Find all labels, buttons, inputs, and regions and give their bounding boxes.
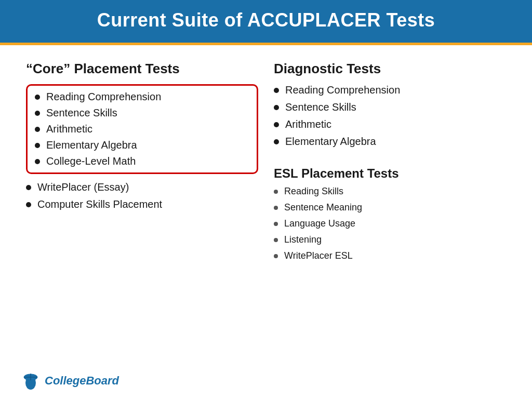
list-item: Reading Comprehension — [274, 84, 506, 96]
bullet-dot — [274, 222, 278, 226]
content-area: “Core” Placement Tests Reading Comprehen… — [0, 45, 532, 366]
bullet-dot — [35, 111, 40, 116]
esl-heading: ESL Placement Tests — [274, 166, 506, 181]
slide-container: Current Suite of ACCUPLACER Tests “Core”… — [0, 0, 532, 399]
bullet-dot — [35, 95, 40, 100]
bullet-dot — [274, 139, 279, 144]
list-item: College-Level Math — [35, 155, 249, 167]
bullet-dot — [274, 88, 279, 93]
list-item: Reading Skills — [274, 186, 506, 197]
collegeboard-text: CollegeBoard — [45, 374, 119, 388]
bullet-dot — [274, 122, 279, 127]
bullet-dot — [35, 159, 40, 164]
footer: CollegeBoard — [0, 366, 532, 399]
slide-title: Current Suite of ACCUPLACER Tests — [97, 9, 435, 31]
list-item: Reading Comprehension — [35, 91, 249, 103]
boxed-items-list: Reading Comprehension Sentence Skills Ar… — [35, 91, 249, 167]
diagnostic-list: Reading Comprehension Sentence Skills Ar… — [274, 84, 506, 148]
collegeboard-logo: CollegeBoard — [21, 371, 119, 391]
list-item: Elementary Algebra — [35, 139, 249, 151]
bullet-dot — [26, 202, 31, 207]
left-column: “Core” Placement Tests Reading Comprehen… — [26, 61, 258, 355]
diagnostic-section: Diagnostic Tests Reading Comprehension S… — [274, 61, 506, 153]
list-item: Arithmetic — [35, 123, 249, 135]
bullet-dot — [274, 254, 278, 258]
list-item: Computer Skills Placement — [26, 198, 258, 210]
bullet-dot — [274, 190, 278, 194]
bullet-dot — [26, 185, 31, 190]
right-column: Diagnostic Tests Reading Comprehension S… — [274, 61, 506, 355]
list-item: Elementary Algebra — [274, 136, 506, 148]
bullet-dot — [35, 143, 40, 148]
extra-items-list: WritePlacer (Essay) Computer Skills Plac… — [26, 181, 258, 216]
bullet-dot — [274, 105, 279, 110]
list-item: WritePlacer (Essay) — [26, 181, 258, 193]
list-item: WritePlacer ESL — [274, 250, 506, 261]
core-placement-heading: “Core” Placement Tests — [26, 61, 258, 77]
header: Current Suite of ACCUPLACER Tests — [0, 0, 532, 45]
bullet-dot — [274, 206, 278, 210]
list-item: Sentence Skills — [35, 107, 249, 119]
list-item: Listening — [274, 234, 506, 245]
bullet-dot — [274, 238, 278, 242]
list-item: Sentence Skills — [274, 101, 506, 113]
diagnostic-heading: Diagnostic Tests — [274, 61, 506, 77]
esl-section: ESL Placement Tests Reading Skills Sente… — [274, 161, 506, 267]
esl-list: Reading Skills Sentence Meaning Language… — [274, 186, 506, 261]
red-box-group: Reading Comprehension Sentence Skills Ar… — [26, 84, 258, 174]
acorn-icon — [21, 371, 41, 391]
list-item: Sentence Meaning — [274, 202, 506, 213]
list-item: Language Usage — [274, 218, 506, 229]
list-item: Arithmetic — [274, 118, 506, 130]
bullet-dot — [35, 127, 40, 132]
